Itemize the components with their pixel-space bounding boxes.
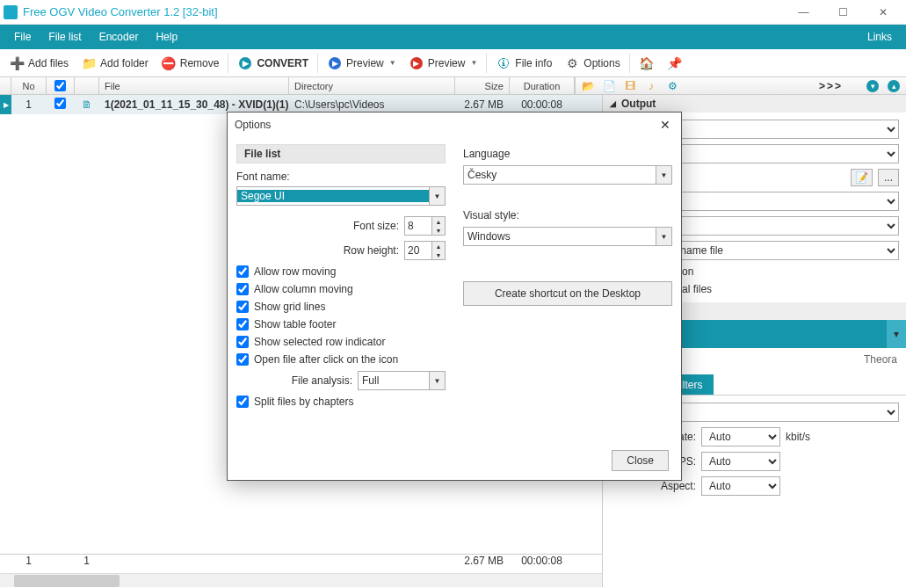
preview2-button[interactable]: ▶Preview▼ [403, 53, 483, 74]
menu-encoder[interactable]: Encoder [91, 25, 148, 49]
col-no[interactable]: No [11, 77, 47, 94]
bitrate-select[interactable]: Auto [701, 427, 780, 446]
plus-icon: ➕ [9, 55, 25, 71]
footer-size: 2.67 MB [455, 555, 510, 573]
row-height-label: Row height: [344, 244, 399, 257]
dropdown-icon: ▼ [470, 59, 477, 67]
browse-button[interactable]: ... [878, 169, 899, 186]
add-files-button[interactable]: ➕Add files [4, 53, 74, 74]
sidepanel-tabs: 📂 📄 🎞 ♪ ⚙ >>> ▾ ▴ [575, 77, 906, 95]
triangle-icon: ◢ [610, 99, 616, 108]
menubar: File File list Encoder Help Links [0, 25, 906, 49]
spin-down-icon[interactable]: ▼ [432, 250, 445, 259]
footer-count1: 1 [11, 555, 47, 573]
menu-file[interactable]: File [5, 25, 40, 49]
font-name-label: Font name: [236, 171, 446, 183]
collapse-up-icon[interactable]: ▴ [885, 79, 902, 93]
options-button[interactable]: ⚙Options [559, 53, 625, 74]
maximize-button[interactable]: ☐ [823, 0, 863, 25]
aspect-select[interactable]: Auto [701, 476, 780, 496]
selind-check[interactable]: Show selected row indicator [236, 336, 446, 348]
menu-filelist[interactable]: File list [40, 25, 90, 49]
chevron-down-icon: ▼ [429, 372, 445, 389]
tab-doc-icon[interactable]: 📄 [600, 79, 618, 93]
tab-folder-icon[interactable]: 📂 [579, 79, 597, 93]
play-circle-icon: ▶ [237, 55, 253, 71]
openfile-check[interactable]: Open file after click on the icon [236, 353, 446, 366]
menu-help[interactable]: Help [147, 25, 186, 49]
footer-count2: 1 [75, 555, 99, 573]
tab-video-icon[interactable]: 🎞 [621, 79, 639, 93]
file-icon: 🗎 [82, 98, 92, 111]
dialog-close-icon[interactable]: ✕ [656, 118, 674, 132]
cell-fileicon[interactable]: 🗎 [75, 98, 99, 111]
output-header[interactable]: ◢Output [603, 95, 906, 113]
tab-gear-icon[interactable]: ⚙ [663, 79, 681, 93]
font-name-combo[interactable]: Segoe UI▼ [236, 186, 446, 206]
remove-button[interactable]: ⛔Remove [156, 53, 225, 74]
col-indicator [0, 77, 11, 94]
toolbar: ➕Add files 📁Add folder ⛔Remove ▶CONVERT … [0, 49, 906, 77]
row-indicator-icon: ▶ [0, 95, 11, 114]
options-dialog: Options ✕ File list Font name: Segoe UI▼… [227, 112, 682, 481]
footer-check[interactable]: Show table footer [236, 318, 446, 330]
collapse-down-icon[interactable]: ▾ [864, 79, 881, 93]
expand-chevron[interactable]: >>> [819, 80, 843, 92]
language-combo[interactable]: Česky▼ [463, 165, 672, 185]
font-size-stepper[interactable]: ▲▼ [404, 216, 446, 236]
remove-icon: ⛔ [161, 55, 177, 71]
check-all[interactable] [54, 80, 66, 91]
analysis-label: File analysis: [292, 374, 352, 387]
folder-plus-icon: 📁 [81, 55, 97, 71]
col-size[interactable]: Size [455, 77, 510, 94]
horizontal-scrollbar[interactable] [0, 573, 602, 587]
spin-down-icon[interactable]: ▼ [432, 226, 445, 235]
info-icon: 🛈 [496, 55, 511, 71]
home-button[interactable]: 🏠 [634, 53, 660, 74]
col-icon [75, 77, 99, 94]
close-button[interactable]: Close [612, 450, 669, 471]
cell-check[interactable] [47, 98, 75, 112]
convert-button[interactable]: ▶CONVERT [232, 53, 314, 74]
row-height-stepper[interactable]: ▲▼ [404, 241, 446, 260]
edit-path-button[interactable]: 📝 [851, 169, 873, 186]
play-red-icon: ▶ [409, 55, 424, 71]
spin-up-icon[interactable]: ▲ [432, 242, 445, 250]
split-check[interactable]: Split files by chapters [236, 396, 446, 408]
grid-check[interactable]: Show grid lines [236, 301, 446, 313]
col-duration[interactable]: Duration [510, 77, 575, 94]
group-filelist: File list [236, 144, 446, 163]
dropdown-icon: ▼ [389, 59, 396, 67]
bitrate-unit: kbit/s [786, 431, 810, 443]
row-checkbox[interactable] [54, 98, 66, 109]
col-file[interactable]: File [99, 77, 289, 94]
create-shortcut-button[interactable]: Create shortcut on the Desktop [463, 281, 672, 306]
analysis-combo[interactable]: Full▼ [358, 371, 446, 390]
cell-dir: C:\Users\pc\Videos [289, 98, 455, 111]
minimize-button[interactable]: — [784, 0, 823, 25]
col-check[interactable] [47, 77, 75, 94]
allow-col-check[interactable]: Allow column moving [236, 283, 446, 295]
menu-links[interactable]: Links [859, 25, 901, 49]
tab-music-icon[interactable]: ♪ [642, 79, 660, 93]
cell-dur: 00:00:08 [510, 98, 575, 111]
cell-file: 1(2021_01_11_15_30_48) - XVID(1)(1).avi [99, 98, 289, 111]
preview1-button[interactable]: ▶Preview▼ [322, 53, 402, 74]
col-directory[interactable]: Directory [289, 77, 455, 94]
dialog-titlebar[interactable]: Options ✕ [228, 113, 681, 137]
dialog-title: Options [235, 119, 271, 131]
chevron-down-icon: ▼ [429, 187, 445, 205]
scrollbar-thumb[interactable] [14, 575, 120, 587]
column-headers: No File Directory Size Duration 📂 📄 🎞 ♪ … [0, 77, 906, 95]
allow-row-check[interactable]: Allow row moving [236, 265, 446, 278]
fileinfo-button[interactable]: 🛈File info [490, 53, 557, 74]
style-label: Visual style: [463, 209, 672, 221]
chevron-down-icon: ▼ [656, 228, 671, 245]
add-folder-button[interactable]: 📁Add folder [76, 53, 154, 74]
pin-button[interactable]: 📌 [662, 53, 688, 74]
spin-up-icon[interactable]: ▲ [432, 217, 445, 226]
fps-select[interactable]: Auto [701, 452, 780, 471]
style-combo[interactable]: Windows▼ [463, 227, 672, 246]
exists-select[interactable]: Rename file [659, 241, 899, 260]
close-button[interactable]: ✕ [863, 0, 902, 25]
